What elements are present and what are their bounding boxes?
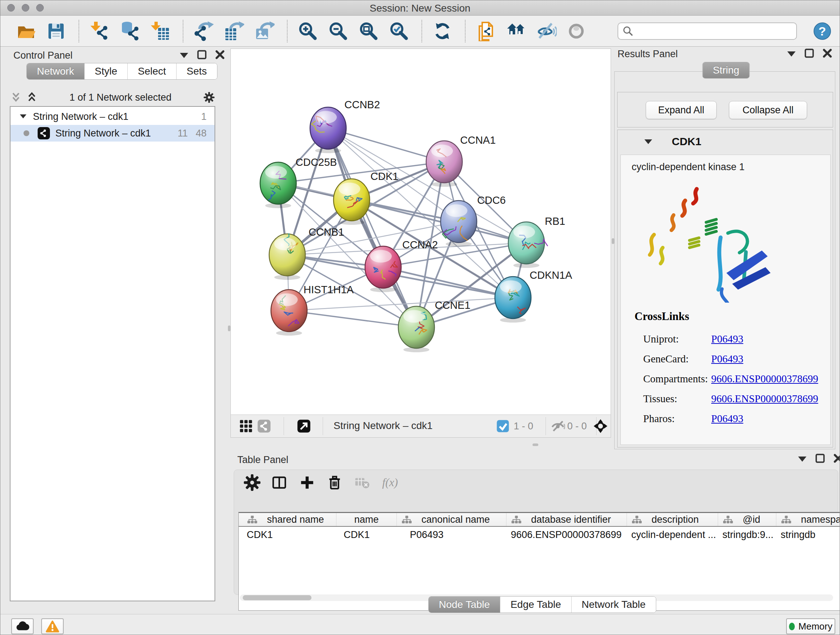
cell-canonical-name[interactable]: P06493 [397, 529, 507, 540]
crosslink-link[interactable]: P06493 [711, 353, 744, 365]
tree-expander-caret-icon[interactable] [19, 112, 27, 120]
table-row[interactable]: CDK1CDK1P064939606.ENSP00000378699cyclin… [239, 527, 840, 543]
node-HIST1H1A[interactable] [271, 290, 307, 336]
tab-network[interactable]: Network [27, 63, 84, 79]
show-graphics-details-button[interactable] [567, 21, 588, 42]
zoom-fit-button[interactable] [358, 21, 379, 42]
column-header-description[interactable]: description [627, 513, 718, 526]
zoom-in-button[interactable] [298, 21, 319, 42]
warning-status-button[interactable] [41, 618, 64, 634]
column-header-canonical-name[interactable]: canonical name [397, 513, 507, 526]
cell-namespace[interactable]: stringdb [776, 529, 840, 540]
crosslink-link[interactable]: 9606.ENSP00000378699 [711, 373, 818, 385]
delete-column-button[interactable] [326, 474, 343, 491]
import-network-file-button[interactable] [89, 21, 111, 42]
memory-status-button[interactable]: Memory [786, 618, 835, 634]
function-builder-button[interactable]: f(x) [381, 474, 408, 491]
collapse-all-networks-icon[interactable] [10, 91, 22, 103]
table-settings-gear-button[interactable] [244, 474, 261, 491]
control-panel-collapse-button[interactable] [178, 49, 190, 61]
selected-nodes-checkbox-icon[interactable] [496, 419, 510, 433]
gene-section-header[interactable]: CDK1 [617, 130, 833, 153]
save-session-button[interactable] [46, 21, 67, 42]
refresh-layout-button[interactable] [432, 21, 453, 42]
export-table-button[interactable] [224, 21, 245, 42]
column-header--id[interactable]: @id [718, 513, 776, 526]
tab-network-table[interactable]: Network Table [571, 597, 656, 613]
crosslink-link[interactable]: 9606.ENSP00000378699 [711, 393, 818, 405]
tab-sets[interactable]: Sets [176, 63, 217, 79]
table-panel-float-button[interactable] [814, 452, 826, 464]
control-panel-float-button[interactable] [196, 49, 208, 61]
zoom-out-button[interactable] [328, 21, 349, 42]
node-CDKN1A[interactable] [495, 277, 531, 323]
show-columns-button[interactable] [271, 474, 288, 491]
tab-style[interactable]: Style [84, 63, 127, 79]
node-RB1[interactable] [508, 222, 548, 268]
zoom-selected-button[interactable] [389, 21, 410, 42]
scrollbar-thumb[interactable] [243, 595, 311, 600]
pan-move-tool-button[interactable] [593, 419, 608, 433]
tab-select[interactable]: Select [127, 63, 176, 79]
search-box[interactable] [617, 22, 797, 40]
cell-shared-name[interactable]: CDK1 [242, 529, 336, 540]
edge-CDK1-RB1[interactable] [352, 200, 526, 243]
tab-node-table[interactable]: Node Table [429, 597, 500, 613]
expand-all-networks-icon[interactable] [26, 91, 38, 103]
open-view-in-window-button[interactable] [297, 419, 311, 433]
crosslink-link[interactable]: P06493 [711, 333, 744, 345]
results-panel-float-button[interactable] [803, 47, 815, 59]
export-network-button[interactable] [194, 21, 215, 42]
right-splitter-handle[interactable] [612, 238, 614, 244]
results-panel-close-button[interactable] [821, 47, 834, 59]
edge-CCNA2-CDKN1A[interactable] [383, 267, 513, 298]
left-splitter-handle[interactable] [228, 325, 231, 331]
cell-database-identifier[interactable]: 9606.ENSP00000378699 [507, 529, 627, 540]
hide-enhanced-graphics-button[interactable] [537, 21, 557, 42]
collapse-caret-icon[interactable] [644, 137, 653, 146]
network-view-panel[interactable]: CCNB2CCNA1CDC25BCDK1CDC6RB1CCNB1CCNA2CDK… [231, 49, 611, 438]
search-input[interactable] [636, 25, 792, 37]
node-CCNB1[interactable] [269, 233, 305, 280]
crosslink-link[interactable]: P06493 [711, 413, 744, 424]
import-table-file-button[interactable] [150, 21, 171, 42]
column-header-namespace[interactable]: namespace [776, 513, 840, 526]
network-options-gear-icon[interactable] [203, 91, 215, 103]
help-button[interactable]: ? [812, 21, 833, 42]
column-header-name[interactable]: name [336, 513, 397, 526]
network-tree-row[interactable]: String Network – cdk11148 [11, 125, 215, 141]
table-panel-collapse-button[interactable] [796, 452, 808, 464]
node-CCNB2[interactable] [310, 107, 346, 153]
export-image-button[interactable] [254, 21, 275, 42]
column-header-database-identifier[interactable]: database identifier [507, 513, 627, 526]
cloud-status-button[interactable] [11, 618, 34, 634]
network-tree-row[interactable]: String Network – cdk11 [11, 108, 215, 125]
open-session-button[interactable] [16, 21, 36, 42]
node-CCNE1[interactable] [398, 306, 434, 352]
horizontal-splitter-handle[interactable] [532, 443, 538, 446]
cell-name[interactable]: CDK1 [336, 529, 397, 540]
results-panel-collapse-button[interactable] [785, 47, 797, 59]
table-panel-close-button[interactable] [832, 452, 840, 464]
hidden-items-eye-slash-icon[interactable] [551, 419, 565, 433]
import-network-database-button[interactable] [120, 21, 141, 42]
title-bar[interactable]: Session: New Session [0, 0, 840, 16]
annotations-toggle-button[interactable] [257, 419, 271, 433]
node-CDC25B[interactable] [260, 162, 296, 208]
control-panel-close-button[interactable] [214, 49, 226, 61]
node-CCNA1[interactable] [426, 141, 462, 187]
collapse-all-button[interactable]: Collapse All [729, 101, 807, 119]
edge-HIST1H1A-CCNE1[interactable] [289, 310, 416, 327]
delete-table-button[interactable] [354, 474, 370, 491]
network-canvas[interactable]: CCNB2CCNA1CDC25BCDK1CDC6RB1CCNB1CCNA2CDK… [231, 49, 611, 415]
cell--id[interactable]: stringdb:9... [718, 529, 776, 540]
expand-all-button[interactable]: Expand All [646, 101, 717, 119]
cell-description[interactable]: cyclin-dependent ... [627, 529, 718, 540]
grid-view-button[interactable] [239, 419, 253, 433]
string-home-button[interactable] [506, 21, 527, 42]
tab-string[interactable]: String [703, 62, 749, 78]
string-document-button[interactable] [476, 21, 497, 42]
add-column-button[interactable] [299, 474, 316, 491]
column-header-shared-name[interactable]: shared name [242, 513, 336, 526]
tab-edge-table[interactable]: Edge Table [500, 597, 571, 613]
